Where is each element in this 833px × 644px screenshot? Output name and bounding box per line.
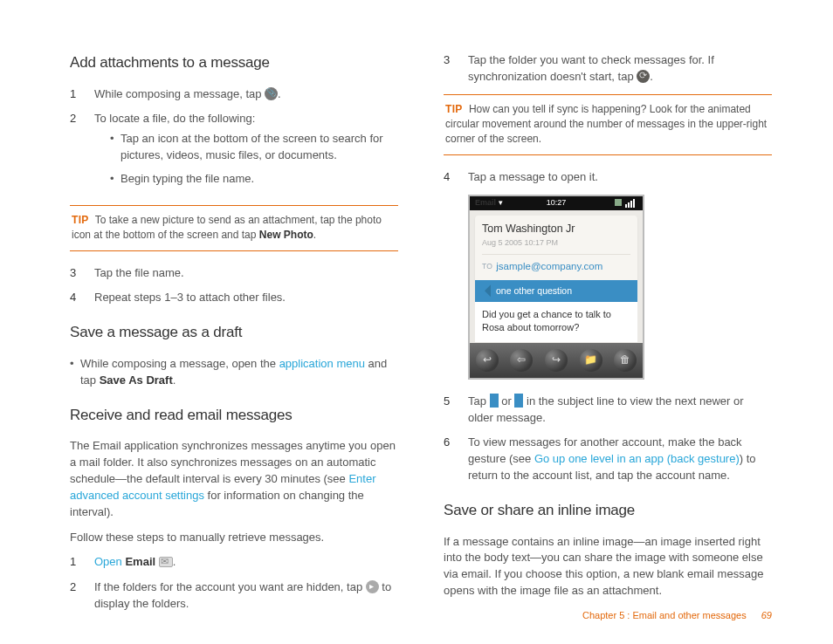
step-3: 3 Tap the folder you want to check messa…	[444, 52, 772, 86]
phone-to-email: jsample@company.com	[496, 259, 602, 274]
right-column: 3 Tap the folder you want to check messa…	[444, 52, 772, 621]
phone-sender: Tom Washington Jr	[482, 221, 630, 236]
attach-icon	[265, 87, 278, 100]
phone-toolbar: ↩ ⇦ ↪ 📁 🗑	[470, 343, 643, 378]
chevron-left-icon	[482, 284, 491, 297]
nav-next-icon	[514, 394, 523, 408]
expand-folder-icon	[366, 580, 379, 593]
status-time: 10:27	[470, 197, 643, 209]
mail-icon	[159, 557, 173, 567]
paragraph: The Email application synchronizes messa…	[70, 438, 398, 520]
step-2: 2 To locate a file, do the following: Ta…	[70, 111, 398, 195]
sub-bullets: Tap an icon at the bottom of the screen …	[94, 131, 398, 188]
bullet-item: Begin typing the file name.	[94, 171, 398, 188]
step-text: If the folders for the account you want …	[94, 579, 398, 613]
step-text: Tap a message to open it.	[468, 169, 772, 186]
step-6: 6 To view messages for another account, …	[444, 435, 772, 484]
footer-page-number: 69	[761, 610, 772, 620]
heading-add-attachments: Add attachments to a message	[70, 52, 398, 74]
step-text: While composing a message, tap .	[94, 86, 398, 103]
tip-box: TIP How can you tell if sync is happenin…	[444, 94, 772, 155]
step-number: 4	[70, 290, 94, 306]
step-text: To view messages for another account, ma…	[468, 435, 772, 484]
step-text: Open Email .	[94, 554, 398, 571]
back-gesture-link[interactable]: Go up one level in an app (back gesture)	[534, 452, 740, 465]
reply-all-icon: ⇦	[510, 349, 533, 372]
step-4: 4 Repeat steps 1–3 to attach other files…	[70, 290, 398, 306]
nav-prev-icon	[490, 394, 499, 408]
page-footer: Chapter 5 : Email and other messages 69	[582, 609, 772, 623]
step-number: 6	[444, 435, 468, 484]
step-number: 1	[70, 554, 94, 571]
bullet-item: Tap an icon at the bottom of the screen …	[94, 131, 398, 164]
phone-subject-bar: one other question	[475, 280, 637, 302]
heading-receive-read: Receive and read email messages	[70, 405, 398, 427]
application-menu-link[interactable]: application menu	[279, 357, 365, 370]
bullet-item: While composing a message, open the appl…	[70, 356, 398, 389]
phone-header-card: Tom Washington Jr Aug 5 2005 10:17 PM TO…	[475, 216, 637, 280]
step-text: Tap the folder you want to check message…	[468, 52, 772, 86]
step-number: 3	[444, 52, 468, 86]
step-number: 5	[444, 394, 468, 427]
step-text: Tap the file name.	[94, 265, 398, 282]
tip-box: TIP To take a new picture to send as an …	[70, 205, 398, 251]
step-5: 5 Tap or in the subject line to view the…	[444, 394, 772, 427]
draft-bullet: While composing a message, open the appl…	[70, 356, 398, 389]
sync-icon	[637, 70, 650, 83]
footer-chapter: Chapter 5 : Email and other messages	[582, 610, 747, 620]
phone-body: Did you get a chance to talk to Rosa abo…	[475, 302, 637, 343]
phone-to-row: TO jsample@company.com	[482, 254, 630, 278]
step-text: Tap or in the subject line to view the n…	[468, 394, 772, 427]
heading-save-draft: Save a message as a draft	[70, 322, 398, 344]
folder-icon: 📁	[580, 349, 602, 372]
paragraph: Follow these steps to manually retrieve …	[70, 530, 398, 546]
step-3: 3 Tap the file name.	[70, 265, 398, 282]
step-4: 4 Tap a message to open it.	[444, 169, 772, 186]
step-number: 4	[444, 169, 468, 186]
step-text: Repeat steps 1–3 to attach other files.	[94, 290, 398, 306]
reply-icon: ↩	[476, 349, 499, 372]
step-number: 1	[70, 86, 94, 103]
step-number: 2	[70, 111, 94, 195]
tip-label: TIP	[445, 103, 463, 115]
heading-inline-image: Save or share an inline image	[444, 500, 772, 522]
step-2: 2 If the folders for the account you wan…	[70, 579, 398, 613]
phone-screenshot: Email ▾ 10:27 Tom Washington Jr Aug 5 20…	[468, 195, 644, 380]
forward-icon: ↪	[545, 349, 568, 372]
phone-subject-text: one other question	[496, 284, 572, 298]
phone-to-label: TO	[482, 261, 492, 271]
paragraph: If a message contains an inline image—an…	[444, 534, 772, 599]
tip-text: To take a new picture to send as an atta…	[72, 214, 382, 241]
step-1: 1 While composing a message, tap .	[70, 86, 398, 103]
phone-date: Aug 5 2005 10:17 PM	[482, 237, 630, 249]
tip-bold: New Photo	[259, 229, 313, 241]
trash-icon: 🗑	[614, 349, 637, 372]
phone-status-bar: Email ▾ 10:27	[470, 196, 643, 210]
step-number: 2	[70, 579, 94, 613]
tip-text: How can you tell if sync is happening? L…	[445, 103, 767, 146]
step-1: 1 Open Email .	[70, 554, 398, 571]
tip-label: TIP	[72, 214, 89, 226]
left-column: Add attachments to a message 1 While com…	[70, 52, 398, 621]
step-text: To locate a file, do the following: Tap …	[94, 111, 398, 195]
open-link[interactable]: Open	[94, 555, 122, 568]
step-number: 3	[70, 265, 94, 282]
